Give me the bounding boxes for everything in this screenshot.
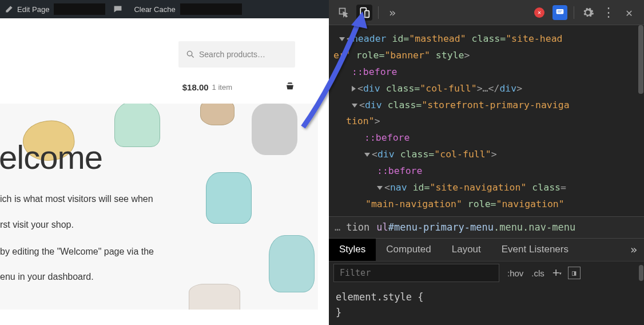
edit-page-input[interactable]	[54, 3, 105, 15]
tab-layout[interactable]: Layout	[442, 239, 491, 261]
styles-scrollbar[interactable]	[639, 265, 643, 281]
inspect-icon[interactable]	[336, 5, 352, 21]
doodle-polo	[206, 172, 252, 224]
edit-page-label: Edit Page	[17, 5, 49, 14]
site-viewport: Search products… $18.00 1 item elcome ic…	[0, 18, 318, 325]
hero-paragraph-1a: ich is what most visitors will see when	[0, 192, 318, 207]
elements-tree[interactable]: <header id="masthead" class="site-head e…	[329, 25, 644, 216]
breadcrumb-id: #menu-primary-menu	[388, 221, 494, 233]
hero-paragraph-1b: rst visit your shop.	[0, 218, 318, 232]
cls-toggle[interactable]: .cls	[531, 268, 544, 278]
clear-cache-link[interactable]: Clear Cache	[134, 3, 241, 15]
styles-body[interactable]: element.style { }	[329, 285, 644, 325]
dom-breadcrumb[interactable]: … tion ul#menu-primary-menu.menu.nav-men…	[329, 216, 644, 238]
mini-cart[interactable]: $18.00 1 item	[0, 68, 318, 104]
svg-rect-6	[365, 10, 369, 17]
search-placeholder: Search products…	[199, 50, 265, 59]
cart-total: $18.00	[182, 82, 209, 92]
breadcrumb-seg: tion	[346, 221, 369, 233]
settings-icon[interactable]	[580, 5, 596, 21]
rule-selector: element.style	[336, 291, 412, 303]
svg-rect-7	[556, 9, 564, 14]
edit-page-link[interactable]: Edit Page	[5, 3, 105, 15]
breadcrumb-ellipsis: …	[335, 221, 340, 233]
doodle-hoodie	[269, 235, 315, 292]
clear-cache-input[interactable]	[180, 3, 242, 15]
tab-computed[interactable]: Computed	[376, 239, 441, 261]
devtools-panel: » ✕ ⋮ ✕ <header id="masthead" class="sit…	[329, 0, 644, 325]
doodle-bag	[200, 104, 234, 125]
styles-filter-row: :hov .cls + ▾ ◨	[329, 261, 644, 285]
comments-link[interactable]	[113, 5, 126, 14]
errors-badge[interactable]: ✕	[531, 5, 547, 21]
doodle-tee	[189, 284, 240, 310]
styles-filter-input[interactable]	[333, 264, 499, 282]
device-toggle-icon[interactable]	[356, 5, 372, 21]
tab-event-listeners[interactable]: Event Listeners	[491, 239, 579, 261]
toggle-panel-icon[interactable]: ◨	[568, 267, 581, 279]
search-icon	[186, 50, 194, 58]
breadcrumb-class: .menu.nav-menu	[494, 221, 575, 233]
close-devtools-icon[interactable]: ✕	[621, 5, 637, 21]
elements-scrollbar[interactable]	[638, 25, 643, 94]
basket-icon	[285, 81, 295, 93]
svg-line-3	[192, 56, 194, 58]
cart-item-count: 1 item	[212, 83, 232, 92]
hov-toggle[interactable]: :hov	[507, 268, 523, 278]
clear-cache-label: Clear Cache	[134, 5, 175, 14]
comment-icon	[113, 5, 122, 14]
pencil-icon	[5, 5, 14, 14]
tab-styles[interactable]: Styles	[329, 239, 376, 261]
tabs-more-icon[interactable]: »	[623, 243, 644, 256]
product-search[interactable]: Search products…	[178, 41, 295, 68]
svg-point-2	[187, 51, 192, 56]
breadcrumb-tag: ul	[376, 221, 388, 233]
rule-close: }	[336, 307, 341, 318]
kebab-icon[interactable]: ⋮	[601, 5, 617, 21]
messages-badge[interactable]	[552, 5, 568, 21]
devtools-toolbar: » ✕ ⋮ ✕	[329, 0, 644, 25]
styles-tabs: Styles Computed Layout Event Listeners »	[329, 238, 644, 261]
more-tabs-icon[interactable]: »	[384, 5, 400, 21]
hero-section: elcome ich is what most visitors will se…	[0, 104, 318, 310]
hero-title: elcome	[0, 138, 317, 176]
